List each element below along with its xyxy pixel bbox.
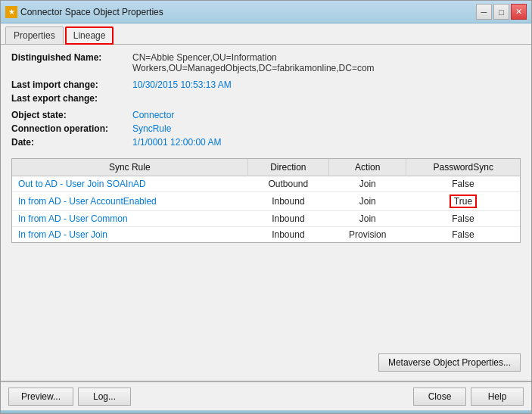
table-header-row: Sync Rule Direction Action PasswordSync (12, 159, 520, 176)
password-sync: False (406, 211, 520, 227)
date-label: Date: (11, 137, 132, 148)
direction: Inbound (247, 211, 329, 227)
table-row[interactable]: In from AD - User AccountEnabled Inbound… (12, 192, 520, 211)
action: Join (329, 211, 406, 227)
bottom-border (1, 410, 531, 413)
main-window: ★ Connector Space Object Properties ─ □ … (0, 0, 532, 414)
password-sync-highlighted: True (406, 192, 520, 211)
footer-right-buttons: Close Help (413, 388, 524, 406)
connection-operation-value: SyncRule (132, 123, 171, 134)
app-icon: ★ (5, 6, 17, 18)
last-import-row: Last import change: 10/30/2015 10:53:13 … (11, 79, 521, 90)
password-sync: False (406, 176, 520, 192)
tab-properties[interactable]: Properties (5, 26, 64, 44)
sync-rule-name: In from AD - User Common (12, 211, 247, 227)
sync-rules-table-container: Sync Rule Direction Action PasswordSync … (11, 158, 521, 243)
distinguished-name-label: Distinguished Name: (11, 52, 132, 63)
metaverse-properties-button[interactable]: Metaverse Object Properties... (378, 353, 521, 372)
action: Provision (329, 227, 406, 243)
direction: Outbound (247, 176, 329, 192)
close-button[interactable]: Close (413, 388, 466, 406)
table-row[interactable]: Out to AD - User Join SOAInAD Outbound J… (12, 176, 520, 192)
connection-operation-label: Connection operation: (11, 123, 132, 134)
footer-left-buttons: Preview... Log... (8, 388, 131, 406)
log-button[interactable]: Log... (78, 388, 131, 406)
date-value: 1/1/0001 12:00:00 AM (132, 137, 221, 148)
content-area: Distinguished Name: CN=Abbie Spencer,OU=… (1, 45, 531, 349)
connection-operation-row: Connection operation: SyncRule (11, 123, 521, 134)
object-state-value: Connector (132, 110, 174, 120)
sync-rules-table: Sync Rule Direction Action PasswordSync … (12, 159, 520, 242)
action: Join (329, 176, 406, 192)
window-title: Connector Space Object Properties (20, 7, 163, 17)
password-sync: False (406, 227, 520, 243)
minimize-button[interactable]: ─ (476, 4, 492, 20)
col-sync-rule: Sync Rule (12, 159, 247, 176)
distinguished-name-row: Distinguished Name: CN=Abbie Spencer,OU=… (11, 52, 521, 73)
direction: Inbound (247, 227, 329, 243)
object-state-row: Object state: Connector (11, 110, 521, 120)
tab-bar: Properties Lineage (1, 23, 531, 45)
col-password-sync: PasswordSync (406, 159, 520, 176)
title-bar-buttons: ─ □ ✕ (476, 4, 527, 20)
object-state-label: Object state: (11, 110, 132, 120)
last-export-row: Last export change: (11, 93, 521, 104)
action: Join (329, 192, 406, 211)
col-direction: Direction (247, 159, 329, 176)
window-close-button[interactable]: ✕ (511, 4, 527, 20)
title-bar-left: ★ Connector Space Object Properties (5, 6, 163, 18)
table-row[interactable]: In from AD - User Join Inbound Provision… (12, 227, 520, 243)
tab-lineage[interactable]: Lineage (65, 26, 114, 45)
help-button[interactable]: Help (471, 388, 524, 406)
direction: Inbound (247, 192, 329, 211)
distinguished-name-value: CN=Abbie Spencer,OU=Information Workers,… (132, 52, 521, 73)
footer: Preview... Log... Close Help (1, 381, 531, 410)
metaverse-section: Metaverse Object Properties... (1, 349, 531, 375)
sync-rule-name: In from AD - User Join (12, 227, 247, 243)
maximize-button[interactable]: □ (493, 4, 509, 20)
last-import-label: Last import change: (11, 79, 132, 90)
table-row[interactable]: In from AD - User Common Inbound Join Fa… (12, 211, 520, 227)
date-row: Date: 1/1/0001 12:00:00 AM (11, 137, 521, 148)
preview-button[interactable]: Preview... (8, 388, 73, 406)
last-import-value: 10/30/2015 10:53:13 AM (132, 79, 232, 90)
sync-rule-name: Out to AD - User Join SOAInAD (12, 176, 247, 192)
sync-rule-name: In from AD - User AccountEnabled (12, 192, 247, 211)
col-action: Action (329, 159, 406, 176)
last-export-label: Last export change: (11, 93, 132, 104)
title-bar: ★ Connector Space Object Properties ─ □ … (1, 1, 531, 23)
